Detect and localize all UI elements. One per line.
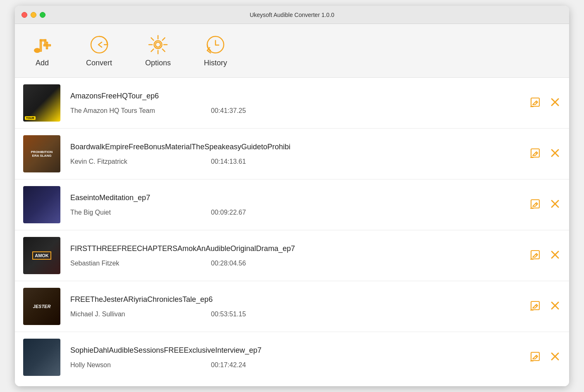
item-title: FREETheJesterARiyriaChroniclesTale_ep6 — [70, 295, 521, 304]
history-icon — [205, 34, 226, 55]
edit-button[interactable] — [529, 249, 541, 263]
history-label: History — [204, 59, 227, 67]
item-author: The Amazon HQ Tours Team — [70, 107, 211, 115]
edit-button[interactable] — [529, 147, 541, 161]
options-icon — [147, 34, 169, 55]
list-item: SophieDahlAudibleSessionsFREEExclusiveIn… — [15, 332, 569, 382]
traffic-lights — [22, 12, 45, 18]
item-actions — [529, 96, 561, 110]
list-item: AMOK FIRSTTHREEFREECHAPTERSAmokAnAudible… — [15, 230, 569, 281]
thumb-inner — [23, 339, 60, 376]
item-author: Michael J. Sullivan — [70, 311, 211, 318]
list-item: JESTER FREETheJesterARiyriaChroniclesTal… — [15, 281, 569, 332]
content-list: TOUR AmazonsFreeHQTour_ep6 The Amazon HQ… — [15, 78, 569, 386]
list-item: PROHIBITIONERA SLANG BoardwalkEmpireFree… — [15, 129, 569, 179]
thumb-inner: TOUR — [23, 84, 60, 122]
item-info: AmazonsFreeHQTour_ep6 The Amazon HQ Tour… — [70, 92, 521, 115]
item-info: FIRSTTHREEFREECHAPTERSAmokAnAudibleOrigi… — [70, 244, 521, 267]
item-thumbnail — [23, 339, 60, 376]
item-thumbnail: PROHIBITIONERA SLANG — [23, 135, 60, 172]
options-button[interactable]: Options — [145, 34, 171, 67]
item-thumbnail: AMOK — [23, 237, 60, 274]
convert-icon — [89, 34, 110, 55]
delete-button[interactable] — [549, 198, 561, 212]
edit-button[interactable] — [529, 198, 541, 212]
svg-point-7 — [156, 42, 160, 47]
item-meta: Sebastian Fitzek 00:28:04.56 — [70, 260, 521, 267]
thumb-inner: JESTER — [23, 288, 60, 325]
titlebar: Ukeysoft Audible Converter 1.0.0 — [15, 6, 569, 24]
main-window: Ukeysoft Audible Converter 1.0.0 — [15, 6, 569, 386]
convert-button[interactable]: Convert — [86, 34, 112, 67]
item-title: EaseintoMeditation_ep7 — [70, 194, 521, 202]
delete-button[interactable] — [549, 351, 561, 364]
edit-button[interactable] — [529, 96, 541, 110]
item-duration: 00:28:04.56 — [211, 260, 246, 267]
item-duration: 00:14:13.61 — [211, 158, 246, 165]
delete-button[interactable] — [549, 300, 561, 313]
options-label: Options — [145, 59, 171, 67]
item-meta: The Amazon HQ Tours Team 00:41:37.25 — [70, 107, 521, 115]
history-button[interactable]: History — [204, 34, 227, 67]
toolbar: Add Convert Options — [15, 24, 569, 78]
item-title: SophieDahlAudibleSessionsFREEExclusiveIn… — [70, 346, 521, 355]
item-meta: Kevin C. Fitzpatrick 00:14:13.61 — [70, 158, 521, 165]
item-info: FREETheJesterARiyriaChroniclesTale_ep6 M… — [70, 295, 521, 318]
item-actions — [529, 300, 561, 313]
item-title: BoardwalkEmpireFreeBonusMaterialTheSpeak… — [70, 143, 521, 151]
thumb-inner: AMOK — [23, 237, 60, 274]
item-thumbnail: JESTER — [23, 288, 60, 325]
thumb-inner: PROHIBITIONERA SLANG — [23, 135, 60, 172]
delete-button[interactable] — [549, 96, 561, 110]
item-title: FIRSTTHREEFREECHAPTERSAmokAnAudibleOrigi… — [70, 244, 521, 253]
edit-button[interactable] — [529, 300, 541, 313]
minimize-button[interactable] — [31, 12, 36, 18]
item-info: BoardwalkEmpireFreeBonusMaterialTheSpeak… — [70, 143, 521, 165]
delete-button[interactable] — [549, 147, 561, 161]
list-item: TOUR AmazonsFreeHQTour_ep6 The Amazon HQ… — [15, 78, 569, 129]
item-meta: Holly Newson 00:17:42.24 — [70, 361, 521, 369]
add-button[interactable]: Add — [31, 34, 53, 67]
item-duration: 00:17:42.24 — [211, 361, 246, 369]
maximize-button[interactable] — [40, 12, 45, 18]
item-info: SophieDahlAudibleSessionsFREEExclusiveIn… — [70, 346, 521, 369]
item-author: The Big Quiet — [70, 209, 211, 216]
item-meta: Michael J. Sullivan 00:53:51.15 — [70, 311, 521, 318]
edit-button[interactable] — [529, 351, 541, 364]
thumb-inner — [23, 186, 60, 223]
add-icon — [31, 34, 53, 55]
item-duration: 00:41:37.25 — [211, 107, 246, 115]
item-author: Sebastian Fitzek — [70, 260, 211, 267]
item-thumbnail: TOUR — [23, 84, 60, 122]
item-title: AmazonsFreeHQTour_ep6 — [70, 92, 521, 100]
svg-point-0 — [34, 48, 41, 53]
item-duration: 00:53:51.15 — [211, 311, 246, 318]
convert-label: Convert — [86, 59, 112, 67]
item-author: Kevin C. Fitzpatrick — [70, 158, 211, 165]
item-actions — [529, 147, 561, 161]
item-meta: The Big Quiet 00:09:22.67 — [70, 209, 521, 216]
item-author: Holly Newson — [70, 361, 211, 369]
list-item: EaseintoMeditation_ep7 The Big Quiet 00:… — [15, 179, 569, 230]
item-info: EaseintoMeditation_ep7 The Big Quiet 00:… — [70, 194, 521, 216]
window-title: Ukeysoft Audible Converter 1.0.0 — [250, 12, 335, 18]
item-thumbnail — [23, 186, 60, 223]
item-duration: 00:09:22.67 — [211, 209, 246, 216]
add-label: Add — [36, 59, 49, 67]
delete-button[interactable] — [549, 249, 561, 263]
item-actions — [529, 249, 561, 263]
close-button[interactable] — [22, 12, 27, 18]
item-actions — [529, 198, 561, 212]
item-actions — [529, 351, 561, 364]
